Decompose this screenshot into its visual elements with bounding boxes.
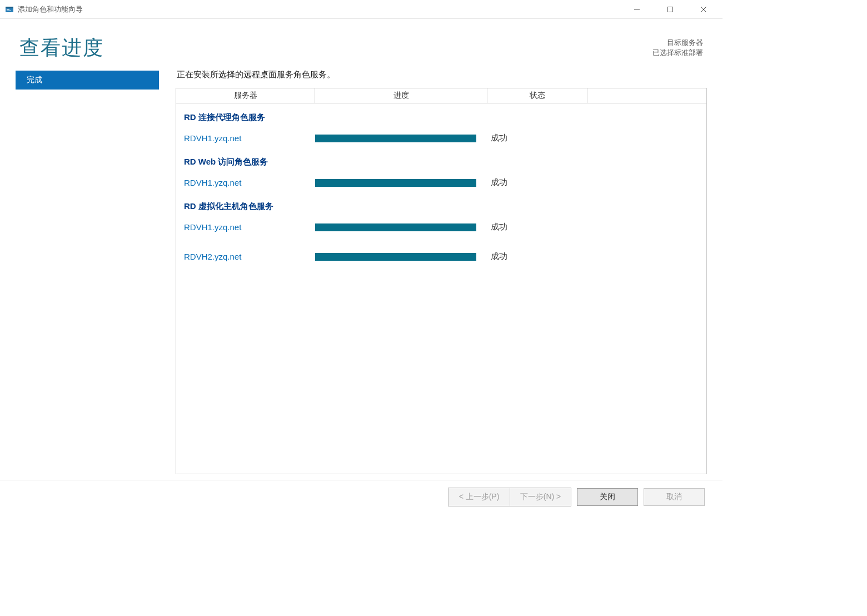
progress-cell [315, 253, 487, 261]
main-pane: 正在安装所选择的远程桌面服务角色服务。 服务器 进度 状态 RD 连接代理角色服… [159, 67, 707, 474]
window-controls [620, 1, 720, 18]
wizard-icon [4, 4, 14, 14]
grid-body: RD 连接代理角色服务 RDVH1.yzq.net 成功 RD Web 访问角色… [176, 103, 706, 474]
grid-header: 服务器 进度 状态 [176, 88, 706, 103]
svg-rect-3 [7, 11, 11, 11]
target-info: 目标服务器 已选择标准部署 [652, 34, 703, 58]
server-name: RDVH2.yzq.net [176, 252, 315, 261]
next-button: 下一步(N) > [510, 488, 571, 506]
progress-bar [315, 179, 476, 187]
status-text: 成功 [487, 251, 587, 262]
server-name: RDVH1.yzq.net [176, 222, 315, 232]
page-title: 查看进度 [19, 34, 104, 62]
cancel-button: 取消 [644, 488, 705, 506]
col-status[interactable]: 状态 [487, 88, 587, 103]
wizard-header: 查看进度 目标服务器 已选择标准部署 [0, 19, 722, 67]
service-row: RDVH2.yzq.net 成功 [176, 236, 706, 265]
server-name: RDVH1.yzq.net [176, 178, 315, 187]
progress-grid: 服务器 进度 状态 RD 连接代理角色服务 RDVH1.yzq.net 成功 R… [176, 88, 707, 474]
progress-cell [315, 179, 487, 187]
instruction-text: 正在安装所选择的远程桌面服务角色服务。 [176, 67, 707, 88]
service-row: RDVH1.yzq.net 成功 [176, 126, 706, 147]
wizard-steps-sidebar: 完成 [16, 67, 159, 474]
service-row: RDVH1.yzq.net 成功 [176, 171, 706, 191]
col-spacer [587, 88, 706, 103]
window-title: 添加角色和功能向导 [18, 4, 620, 14]
svg-rect-5 [668, 7, 673, 12]
col-progress[interactable]: 进度 [315, 88, 487, 103]
titlebar: 添加角色和功能向导 [0, 0, 722, 19]
status-text: 成功 [487, 177, 587, 188]
close-wizard-button[interactable]: 关闭 [577, 488, 638, 506]
group-title: RD 连接代理角色服务 [176, 106, 706, 126]
group-title: RD Web 访问角色服务 [176, 147, 706, 171]
progress-bar [315, 135, 476, 142]
target-value: 已选择标准部署 [652, 48, 703, 58]
progress-cell [315, 223, 487, 231]
target-label: 目标服务器 [652, 38, 703, 48]
svg-rect-1 [6, 7, 13, 8]
minimize-button[interactable] [620, 1, 654, 18]
group-title: RD 虚拟化主机角色服务 [176, 191, 706, 215]
progress-bar [315, 253, 476, 261]
col-server[interactable]: 服务器 [176, 88, 315, 103]
svg-rect-2 [7, 9, 9, 10]
maximize-button[interactable] [654, 1, 687, 18]
server-name: RDVH1.yzq.net [176, 133, 315, 143]
status-text: 成功 [487, 133, 587, 143]
button-bar: < 上一步(P) 下一步(N) > 关闭 取消 [0, 480, 722, 513]
service-row: RDVH1.yzq.net 成功 [176, 215, 706, 236]
progress-cell [315, 135, 487, 142]
progress-bar [315, 223, 476, 231]
status-text: 成功 [487, 222, 587, 232]
prev-button: < 上一步(P) [449, 488, 510, 506]
sidebar-item-complete[interactable]: 完成 [16, 71, 159, 90]
close-button[interactable] [687, 1, 720, 18]
